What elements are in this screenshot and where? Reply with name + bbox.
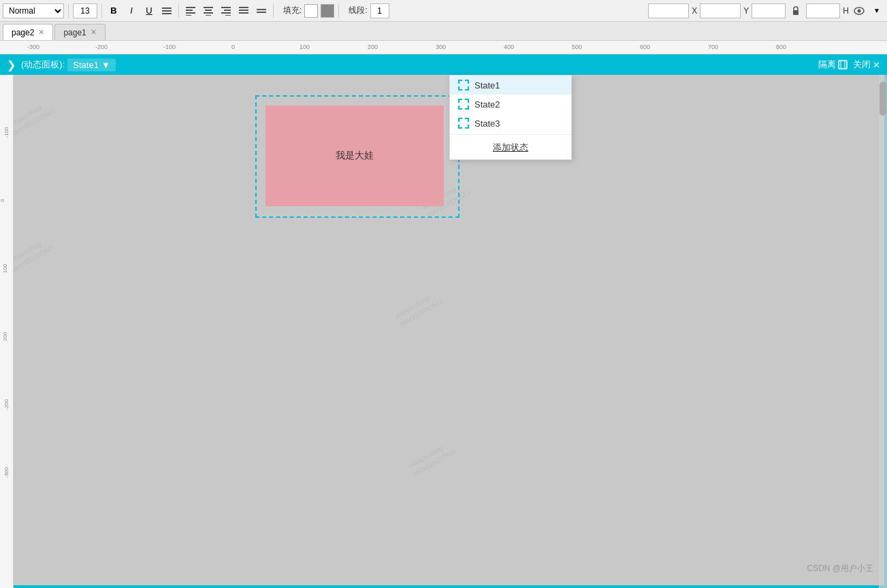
eye-icon	[854, 7, 865, 15]
v-tick-5: -200	[3, 399, 10, 410]
h-label: H	[843, 6, 849, 16]
svg-rect-3	[186, 7, 195, 8]
divider-3	[178, 4, 179, 18]
style-select[interactable]: Normal	[3, 3, 64, 18]
list-button[interactable]	[159, 3, 174, 18]
align-right-icon	[221, 6, 231, 16]
svg-rect-5	[186, 12, 195, 14]
state1-label: State1	[474, 80, 500, 91]
bold-button[interactable]: B	[106, 3, 121, 18]
ruler-tick-n300: -300	[27, 44, 39, 50]
ruler-tick-0: 0	[231, 44, 235, 50]
lock-icon	[791, 5, 801, 16]
tab-page2[interactable]: page2 ✕	[3, 24, 53, 40]
dropdown-arrow-btn[interactable]: ▼	[869, 3, 884, 18]
watermark-4: wangxi.dongWANGXIDONG	[407, 438, 458, 478]
ruler-tick-300: 300	[436, 44, 446, 50]
horizontal-ruler: -300 -200 -100 0 100 200 300 400 500 600…	[0, 41, 887, 54]
svg-rect-12	[224, 10, 231, 11]
svg-rect-0	[162, 7, 172, 9]
current-state-label: State1	[73, 60, 99, 70]
italic-button[interactable]: I	[124, 3, 139, 18]
isolate-icon	[838, 60, 848, 69]
h-coord-input[interactable]	[806, 3, 840, 18]
panel-left-arrow[interactable]: ❯	[7, 59, 16, 71]
isolate-button[interactable]: 隔离	[818, 59, 848, 71]
fill-swatch-white[interactable]	[304, 4, 318, 18]
x-coord-input[interactable]	[648, 3, 689, 18]
right-scroll-track[interactable]	[879, 75, 887, 588]
ruler-tick-600: 600	[640, 44, 650, 50]
divider-4	[273, 4, 274, 18]
dynamic-panel-label: (动态面板):	[21, 59, 65, 71]
tab-page1[interactable]: page1 ✕	[54, 24, 105, 40]
state3-label: State3	[474, 118, 500, 129]
svg-rect-4	[186, 10, 193, 11]
svg-rect-6	[186, 15, 191, 16]
panel-content-box[interactable]: 我是大娃	[265, 105, 444, 206]
svg-rect-1	[162, 10, 172, 12]
svg-rect-15	[239, 7, 248, 8]
dropdown-item-state3[interactable]: State3	[450, 114, 571, 133]
divider-1	[68, 4, 69, 18]
svg-rect-8	[205, 10, 212, 11]
close-label: 关闭	[853, 59, 871, 71]
panel-bar-right: 隔离 关闭 ✕	[818, 59, 880, 71]
state2-icon	[458, 99, 469, 110]
align-left-icon	[186, 6, 195, 16]
ruler-tick-n100: -100	[163, 44, 176, 50]
svg-rect-16	[239, 10, 248, 11]
close-icon: ✕	[873, 60, 880, 70]
csdn-watermark: CSDN @用户小王	[807, 563, 873, 574]
justify-button[interactable]	[236, 3, 251, 18]
align-left-button[interactable]	[183, 3, 198, 18]
ruler-tick-400: 400	[504, 44, 514, 50]
state-dropdown-button[interactable]: State1 ▼	[67, 59, 115, 71]
svg-rect-18	[257, 9, 266, 10]
w-coord-input[interactable]	[752, 3, 786, 18]
right-scroll-thumb[interactable]	[880, 82, 886, 116]
dropdown-item-state2[interactable]: State2	[450, 95, 571, 114]
y-coord-input[interactable]	[700, 3, 741, 18]
stroke-width-input[interactable]	[370, 3, 389, 18]
toolbar-right: X Y H ▼	[648, 3, 884, 18]
v-tick-3: 100	[2, 264, 8, 273]
fill-label: 填充:	[283, 5, 302, 16]
y-label: Y	[743, 6, 749, 16]
svg-rect-24	[839, 61, 847, 69]
text-overflow-button[interactable]	[254, 3, 269, 18]
dropdown-chevron-icon: ▼	[101, 60, 110, 70]
stroke-label: 线段:	[349, 5, 367, 16]
tabs-bar: page2 ✕ page1 ✕	[0, 22, 887, 41]
svg-rect-21	[793, 10, 799, 15]
align-center-button[interactable]	[201, 3, 216, 18]
canvas-area[interactable]: -100 0 100 200 -200 -300 wangxi.dongWANG…	[0, 54, 887, 588]
fill-swatch-gray[interactable]	[321, 4, 334, 18]
tab-page1-label: page1	[63, 28, 86, 37]
ruler-tick-200: 200	[368, 44, 378, 50]
lock-button[interactable]	[788, 3, 803, 18]
ruler-tick-100: 100	[300, 44, 310, 50]
underline-button[interactable]: U	[142, 3, 157, 18]
tab-page2-label: page2	[12, 28, 34, 37]
dropdown-divider	[450, 134, 571, 135]
state-dropdown-menu: State1 State2 State3 添加状态	[449, 75, 572, 160]
add-state-button[interactable]: 添加状态	[450, 136, 571, 159]
svg-rect-19	[257, 12, 266, 13]
svg-rect-7	[204, 7, 213, 8]
align-right-button[interactable]	[219, 3, 233, 18]
svg-rect-14	[225, 15, 231, 16]
tab-page2-close[interactable]: ✕	[38, 29, 44, 36]
close-button[interactable]: 关闭 ✕	[853, 59, 880, 71]
isolate-label: 隔离	[818, 59, 836, 71]
watermark-3: wangxi.dongWANGXIDONG	[393, 289, 445, 329]
tab-page1-close[interactable]: ✕	[91, 29, 97, 36]
v-tick-6: -300	[3, 467, 10, 478]
state3-icon	[458, 118, 469, 129]
justify-icon	[239, 6, 248, 16]
x-label: X	[692, 6, 697, 16]
dropdown-item-state1[interactable]: State1	[450, 76, 571, 95]
font-size-input[interactable]	[73, 3, 97, 18]
state1-icon	[458, 80, 469, 91]
eye-button[interactable]	[852, 3, 867, 18]
